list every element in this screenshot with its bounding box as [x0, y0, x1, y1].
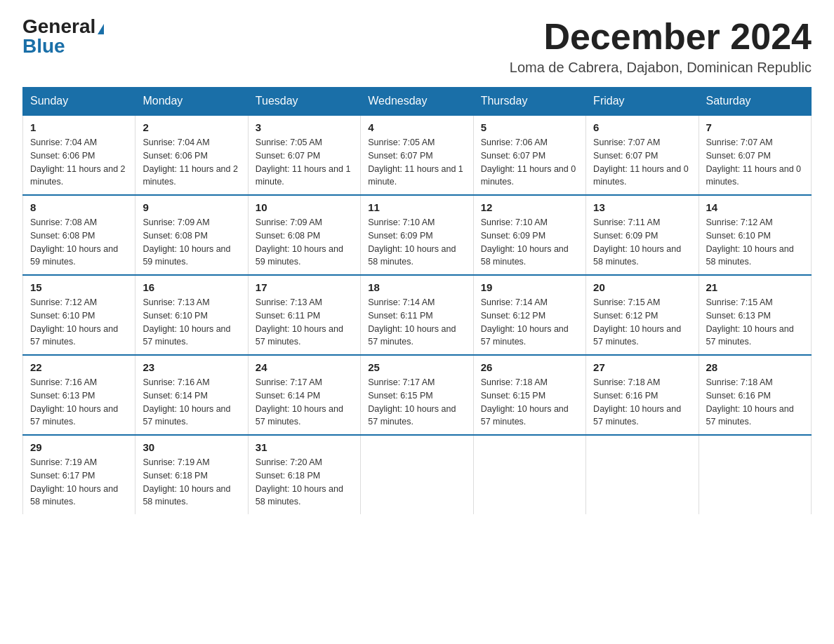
day-info: Sunrise: 7:15 AMSunset: 6:13 PMDaylight:…: [706, 296, 804, 349]
day-info: Sunrise: 7:06 AMSunset: 6:07 PMDaylight:…: [481, 136, 578, 189]
empty-cell: [699, 435, 811, 514]
day-cell-8: 8Sunrise: 7:08 AMSunset: 6:08 PMDaylight…: [23, 195, 135, 275]
day-number: 27: [593, 361, 691, 373]
day-cell-19: 19Sunrise: 7:14 AMSunset: 6:12 PMDayligh…: [473, 275, 585, 355]
day-number: 15: [30, 281, 128, 293]
day-number: 9: [143, 201, 240, 213]
day-number: 28: [706, 361, 804, 373]
col-header-friday: Friday: [586, 88, 699, 116]
day-cell-6: 6Sunrise: 7:07 AMSunset: 6:07 PMDaylight…: [586, 115, 699, 195]
week-row-2: 8Sunrise: 7:08 AMSunset: 6:08 PMDaylight…: [23, 195, 812, 275]
day-info: Sunrise: 7:04 AMSunset: 6:06 PMDaylight:…: [143, 136, 240, 189]
day-number: 16: [143, 281, 240, 293]
logo: General Blue: [22, 17, 104, 56]
day-info: Sunrise: 7:18 AMSunset: 6:15 PMDaylight:…: [481, 376, 578, 429]
day-info: Sunrise: 7:07 AMSunset: 6:07 PMDaylight:…: [706, 136, 804, 189]
title-block: December 2024 Loma de Cabrera, Dajabon, …: [510, 17, 812, 76]
day-info: Sunrise: 7:08 AMSunset: 6:08 PMDaylight:…: [30, 216, 128, 269]
day-info: Sunrise: 7:16 AMSunset: 6:14 PMDaylight:…: [143, 376, 240, 429]
day-cell-7: 7Sunrise: 7:07 AMSunset: 6:07 PMDaylight…: [699, 115, 811, 195]
day-cell-30: 30Sunrise: 7:19 AMSunset: 6:18 PMDayligh…: [135, 435, 248, 514]
day-info: Sunrise: 7:09 AMSunset: 6:08 PMDaylight:…: [256, 216, 353, 269]
day-info: Sunrise: 7:12 AMSunset: 6:10 PMDaylight:…: [706, 216, 804, 269]
calendar-table: SundayMondayTuesdayWednesdayThursdayFrid…: [22, 87, 812, 514]
day-info: Sunrise: 7:19 AMSunset: 6:17 PMDaylight:…: [30, 456, 128, 509]
day-cell-23: 23Sunrise: 7:16 AMSunset: 6:14 PMDayligh…: [135, 355, 248, 435]
day-cell-22: 22Sunrise: 7:16 AMSunset: 6:13 PMDayligh…: [23, 355, 135, 435]
col-header-tuesday: Tuesday: [248, 88, 360, 116]
day-number: 7: [706, 121, 804, 133]
day-info: Sunrise: 7:17 AMSunset: 6:15 PMDaylight:…: [368, 376, 465, 429]
logo-general: General: [22, 17, 95, 36]
day-cell-15: 15Sunrise: 7:12 AMSunset: 6:10 PMDayligh…: [23, 275, 135, 355]
day-info: Sunrise: 7:15 AMSunset: 6:12 PMDaylight:…: [593, 296, 691, 349]
day-number: 31: [256, 441, 353, 453]
day-number: 10: [256, 201, 353, 213]
month-title: December 2024: [510, 17, 812, 57]
location-title: Loma de Cabrera, Dajabon, Dominican Repu…: [510, 60, 812, 76]
logo-blue: Blue: [22, 36, 104, 56]
day-number: 22: [30, 361, 128, 373]
day-cell-24: 24Sunrise: 7:17 AMSunset: 6:14 PMDayligh…: [248, 355, 360, 435]
day-cell-26: 26Sunrise: 7:18 AMSunset: 6:15 PMDayligh…: [473, 355, 585, 435]
day-cell-14: 14Sunrise: 7:12 AMSunset: 6:10 PMDayligh…: [699, 195, 811, 275]
day-info: Sunrise: 7:18 AMSunset: 6:16 PMDaylight:…: [593, 376, 691, 429]
day-cell-17: 17Sunrise: 7:13 AMSunset: 6:11 PMDayligh…: [248, 275, 360, 355]
day-number: 12: [481, 201, 578, 213]
day-number: 29: [30, 441, 128, 453]
day-cell-31: 31Sunrise: 7:20 AMSunset: 6:18 PMDayligh…: [248, 435, 360, 514]
header-row: SundayMondayTuesdayWednesdayThursdayFrid…: [23, 88, 812, 116]
day-number: 30: [143, 441, 240, 453]
day-info: Sunrise: 7:09 AMSunset: 6:08 PMDaylight:…: [143, 216, 240, 269]
week-row-3: 15Sunrise: 7:12 AMSunset: 6:10 PMDayligh…: [23, 275, 812, 355]
col-header-thursday: Thursday: [473, 88, 585, 116]
col-header-monday: Monday: [135, 88, 248, 116]
day-cell-1: 1Sunrise: 7:04 AMSunset: 6:06 PMDaylight…: [23, 115, 135, 195]
day-cell-10: 10Sunrise: 7:09 AMSunset: 6:08 PMDayligh…: [248, 195, 360, 275]
day-cell-25: 25Sunrise: 7:17 AMSunset: 6:15 PMDayligh…: [361, 355, 473, 435]
day-info: Sunrise: 7:11 AMSunset: 6:09 PMDaylight:…: [593, 216, 691, 269]
day-info: Sunrise: 7:07 AMSunset: 6:07 PMDaylight:…: [593, 136, 691, 189]
day-info: Sunrise: 7:16 AMSunset: 6:13 PMDaylight:…: [30, 376, 128, 429]
day-info: Sunrise: 7:05 AMSunset: 6:07 PMDaylight:…: [368, 136, 465, 189]
day-number: 4: [368, 121, 465, 133]
day-info: Sunrise: 7:12 AMSunset: 6:10 PMDaylight:…: [30, 296, 128, 349]
week-row-1: 1Sunrise: 7:04 AMSunset: 6:06 PMDaylight…: [23, 115, 812, 195]
day-number: 3: [256, 121, 353, 133]
logo-triangle: [98, 24, 104, 34]
day-number: 18: [368, 281, 465, 293]
day-number: 13: [593, 201, 691, 213]
day-info: Sunrise: 7:04 AMSunset: 6:06 PMDaylight:…: [30, 136, 128, 189]
day-number: 20: [593, 281, 691, 293]
day-info: Sunrise: 7:14 AMSunset: 6:12 PMDaylight:…: [481, 296, 578, 349]
day-cell-4: 4Sunrise: 7:05 AMSunset: 6:07 PMDaylight…: [361, 115, 473, 195]
day-number: 26: [481, 361, 578, 373]
day-cell-11: 11Sunrise: 7:10 AMSunset: 6:09 PMDayligh…: [361, 195, 473, 275]
day-number: 1: [30, 121, 128, 133]
day-cell-2: 2Sunrise: 7:04 AMSunset: 6:06 PMDaylight…: [135, 115, 248, 195]
day-info: Sunrise: 7:13 AMSunset: 6:11 PMDaylight:…: [256, 296, 353, 349]
day-number: 2: [143, 121, 240, 133]
day-info: Sunrise: 7:10 AMSunset: 6:09 PMDaylight:…: [481, 216, 578, 269]
day-cell-9: 9Sunrise: 7:09 AMSunset: 6:08 PMDaylight…: [135, 195, 248, 275]
day-cell-28: 28Sunrise: 7:18 AMSunset: 6:16 PMDayligh…: [699, 355, 811, 435]
day-cell-3: 3Sunrise: 7:05 AMSunset: 6:07 PMDaylight…: [248, 115, 360, 195]
day-number: 25: [368, 361, 465, 373]
day-number: 24: [256, 361, 353, 373]
empty-cell: [361, 435, 473, 514]
day-info: Sunrise: 7:13 AMSunset: 6:10 PMDaylight:…: [143, 296, 240, 349]
day-cell-27: 27Sunrise: 7:18 AMSunset: 6:16 PMDayligh…: [586, 355, 699, 435]
day-cell-5: 5Sunrise: 7:06 AMSunset: 6:07 PMDaylight…: [473, 115, 585, 195]
day-number: 21: [706, 281, 804, 293]
day-info: Sunrise: 7:10 AMSunset: 6:09 PMDaylight:…: [368, 216, 465, 269]
day-info: Sunrise: 7:20 AMSunset: 6:18 PMDaylight:…: [256, 456, 353, 509]
day-cell-18: 18Sunrise: 7:14 AMSunset: 6:11 PMDayligh…: [361, 275, 473, 355]
day-number: 14: [706, 201, 804, 213]
day-number: 6: [593, 121, 691, 133]
day-cell-12: 12Sunrise: 7:10 AMSunset: 6:09 PMDayligh…: [473, 195, 585, 275]
week-row-5: 29Sunrise: 7:19 AMSunset: 6:17 PMDayligh…: [23, 435, 812, 514]
day-number: 17: [256, 281, 353, 293]
day-cell-16: 16Sunrise: 7:13 AMSunset: 6:10 PMDayligh…: [135, 275, 248, 355]
day-number: 23: [143, 361, 240, 373]
header: General Blue December 2024 Loma de Cabre…: [22, 17, 812, 76]
